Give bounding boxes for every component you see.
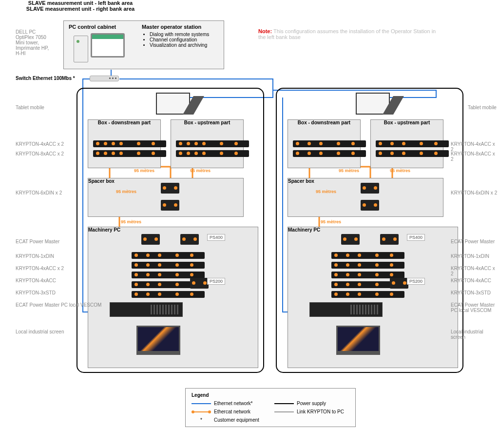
krypton-module	[93, 140, 166, 147]
tablet-label: Tablet mobile	[468, 105, 497, 110]
note-text: Note: This configuration assumes the ins…	[258, 28, 439, 40]
krypton-module	[331, 252, 404, 259]
krypton-module	[293, 150, 366, 157]
right-unit-title: SLAVE measurement unit - right bank area	[0, 6, 161, 12]
distance-label: 95 mètres	[134, 168, 154, 173]
krypton-label: KRYPTON-6xDIN x 2	[16, 190, 62, 195]
left-unit-title: SLAVE measurement unit - left bank area	[0, 0, 161, 6]
krypton-label: KRYPTON-4xACC x 2	[16, 141, 64, 147]
tablet-icon	[356, 93, 390, 115]
master-station-title: Master operator station	[142, 24, 222, 30]
krypton-module	[132, 252, 205, 259]
krypton-module	[293, 140, 366, 147]
ps200-label: PS200	[207, 278, 225, 285]
ecat-junction	[380, 234, 399, 245]
distance-label: 95 mètres	[121, 219, 141, 224]
krypton-label: KRYPTON-8xACC x 2	[16, 151, 64, 156]
industrial-pc-icon	[110, 302, 183, 317]
krypton-label: KRYPTON-3xSTD	[451, 290, 491, 295]
ethernet-switch-icon	[90, 76, 119, 81]
panel-label: Local industrial screen	[16, 329, 64, 334]
distance-label: 95 mètres	[390, 168, 410, 173]
ecat-junction	[341, 234, 360, 245]
pc-monitor-icon	[91, 33, 125, 58]
ecat-junction	[361, 183, 379, 194]
ps400-label: PS400	[407, 234, 425, 241]
pc-control-cabinet: PC control cabinet Master operator stati…	[63, 20, 224, 69]
krypton-module	[93, 150, 166, 157]
krypton-label: KRYPTON-1xDIN	[451, 253, 489, 259]
ecat-junction	[180, 234, 199, 245]
krypton-label: KRYPTON-1xDIN	[16, 253, 54, 259]
krypton-label: KRYPTON-3xSTD	[16, 290, 56, 295]
legend-title: Legend	[192, 392, 349, 398]
krypton-module	[376, 140, 449, 147]
panel-label: Local industrial screen	[451, 329, 499, 340]
left-box-upstream: Box - upstream part	[171, 119, 244, 168]
ps200-label: PS200	[407, 278, 425, 285]
ps400-label: PS400	[207, 234, 225, 241]
krypton-label: KRYPTON-4xACC x 2	[451, 141, 499, 152]
legend-box: Legend Ethernet network* Power supply Et…	[185, 388, 356, 427]
ecat-junction	[161, 200, 179, 211]
krypton-label: KRYPTON-4xACC x 2	[451, 266, 499, 276]
tablet-label: Tablet mobile	[16, 105, 44, 110]
ecat-label: ECAT Power Master	[451, 239, 495, 244]
master-bullets: Dialog with remote systems Channel confi…	[150, 32, 222, 48]
ecat-label: ECAT Power Master	[16, 239, 59, 244]
krypton-module	[132, 291, 205, 298]
krypton-module	[331, 291, 404, 298]
krypton-label: KRYPTON-4xACC	[451, 278, 491, 283]
krypton-module	[176, 140, 249, 147]
industrial-pc-icon	[309, 302, 383, 317]
left-box-downstream: Box - downstream part	[88, 119, 161, 168]
ecat-junction	[361, 200, 379, 211]
switch-label: Switch Ethernet 100Mbs *	[16, 76, 75, 81]
distance-label: 95 mètres	[321, 219, 341, 224]
distance-label: 95 mètres	[316, 189, 336, 194]
ecat-junction	[190, 278, 209, 289]
pc-spec-label: DELL PC OptiPlex 7050 Mini tower, Imprim…	[16, 29, 55, 56]
krypton-module	[376, 150, 449, 157]
ecat-junction	[390, 278, 408, 289]
pc-tower-icon	[74, 36, 88, 62]
tablet-icon	[156, 93, 190, 115]
industrial-monitor-icon	[336, 326, 380, 355]
krypton-label: KRYPTON-6xDIN x 2	[451, 190, 497, 195]
krypton-module	[176, 150, 249, 157]
krypton-module	[132, 262, 205, 269]
krypton-label: KRYPTON-4xACC x 2	[16, 266, 64, 271]
right-box-upstream: Box - upstream part	[370, 119, 443, 168]
ecat-pc-label: ECAT Power Master PC local VESCOM	[16, 302, 101, 308]
ecat-junction	[141, 234, 160, 245]
distance-label: 95 mètres	[116, 189, 136, 194]
krypton-label: KRYPTON-8xACC x 2	[451, 151, 499, 162]
ecat-junction	[161, 183, 179, 194]
krypton-module	[331, 272, 404, 278]
ecat-pc-label: ECAT Power Master PC local VESCOM	[451, 302, 499, 313]
right-box-downstream: Box - downstream part	[288, 119, 361, 168]
industrial-monitor-icon	[136, 326, 180, 355]
distance-label: 95 mètres	[190, 168, 211, 173]
krypton-label: KRYPTON-4xACC	[16, 278, 56, 283]
krypton-module	[132, 272, 205, 278]
krypton-module	[331, 262, 404, 269]
distance-label: 95 mètres	[339, 168, 359, 173]
pc-cabinet-title: PC control cabinet	[69, 24, 116, 30]
